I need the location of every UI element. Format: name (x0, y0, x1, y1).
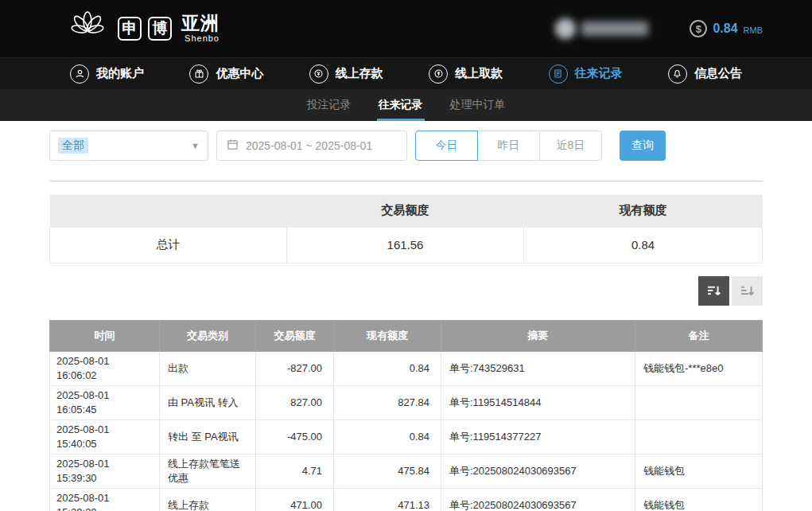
filter-row: 全部 ▼ 2025-08-01 ~ 2025-08-01 今日 昨日 近8日 查… (49, 131, 763, 161)
date-range-value: 2025-08-01 ~ 2025-08-01 (246, 139, 372, 152)
cell-note: 钱能钱包 (635, 488, 763, 511)
announcement-icon (668, 64, 687, 84)
summary-table: 交易额度 现有额度 总计 161.56 0.84 (49, 195, 763, 263)
nav-label: 优惠中心 (216, 66, 263, 81)
column-header: 备注 (635, 320, 763, 351)
money-icon: $ (690, 20, 707, 37)
records-table: 时间交易类别交易额度现有额度摘要备注 2025-08-01 16:06:02出款… (49, 320, 763, 511)
account-balance: $ 0.84 RMB (690, 20, 763, 37)
column-header: 时间 (50, 320, 160, 351)
cell-time: 2025-08-01 16:05:45 (50, 385, 160, 419)
cell-summary: 单号:743529631 (441, 351, 635, 385)
cell-note: 钱能钱包-***e8e0 (635, 351, 763, 385)
quick-date-group: 今日 昨日 近8日 (415, 131, 602, 161)
cell-time: 2025-08-01 15:39:30 (50, 488, 160, 511)
cell-type: 由 PA视讯 转入 (160, 385, 256, 419)
summary-header-transaction-amount: 交易额度 (287, 195, 524, 227)
nav-item-promotions[interactable]: 优惠中心 (189, 64, 263, 84)
nav-label: 线上存款 (336, 66, 383, 81)
summary-header-row: 交易额度 现有额度 (50, 195, 763, 227)
chevron-down-icon: ▼ (191, 141, 200, 150)
cell-type: 线上存款 (160, 488, 256, 511)
summary-transaction-amount: 161.56 (287, 227, 524, 263)
summary-total-label: 总计 (50, 227, 287, 263)
transaction-type-select[interactable]: 全部 ▼ (49, 131, 208, 161)
cell-amount: -827.00 (256, 351, 334, 385)
table-row: 2025-08-01 16:05:45由 PA视讯 转入827.00827.84… (50, 385, 763, 419)
nav-label: 线上取款 (455, 66, 503, 81)
records-icon (549, 64, 568, 84)
sort-ascending-button[interactable] (732, 276, 763, 306)
cell-amount: -475.00 (256, 419, 334, 454)
cell-note (635, 385, 763, 419)
cell-amount: 4.71 (256, 454, 334, 488)
column-header: 交易额度 (256, 320, 334, 351)
cell-balance: 471.13 (334, 488, 441, 511)
cell-type: 线上存款笔笔送优惠 (160, 454, 256, 488)
cell-balance: 827.84 (334, 385, 441, 419)
site-logo[interactable]: 申 博 亚洲 Shenbo (67, 6, 220, 51)
nav-label: 我的账户 (96, 66, 144, 81)
table-row: 2025-08-01 16:06:02出款-827.000.84单号:74352… (50, 351, 763, 385)
avatar (555, 18, 576, 39)
cell-type: 转出 至 PA视讯 (160, 419, 256, 454)
cell-summary: 单号:119514514844 (441, 385, 635, 419)
column-header: 摘要 (441, 320, 635, 351)
cell-time: 2025-08-01 15:39:30 (50, 454, 160, 488)
gift-icon (189, 64, 208, 84)
column-header: 现有额度 (334, 320, 441, 351)
balance-amount: 0.84 (713, 21, 737, 36)
logo-en: Shenbo (181, 34, 220, 43)
divider (49, 181, 763, 181)
cell-note (635, 419, 763, 454)
sort-descending-button[interactable] (698, 276, 729, 306)
tab-transaction-records[interactable]: 往来记录 (377, 89, 425, 121)
type-select-value: 全部 (58, 138, 88, 154)
calendar-icon (227, 138, 239, 153)
nav-item-online-deposit[interactable]: 线上存款 (309, 64, 383, 84)
column-header: 交易类别 (160, 320, 256, 351)
records-header-row: 时间交易类别交易额度现有额度摘要备注 (50, 320, 763, 351)
table-row: 2025-08-01 15:40:05转出 至 PA视讯-475.000.84单… (50, 419, 763, 454)
tab-processing-orders[interactable]: 处理中订单 (449, 89, 507, 121)
cell-note: 钱能钱包 (635, 454, 763, 488)
nav-item-online-withdrawal[interactable]: 线上取款 (429, 64, 503, 84)
username-redacted[interactable] (555, 18, 648, 39)
cell-time: 2025-08-01 16:06:02 (50, 351, 160, 385)
main-nav: 我的账户 优惠中心 线上存款 线上取款 (0, 57, 812, 89)
logo-cn-sub: 亚洲 (181, 14, 220, 33)
summary-header-empty (50, 195, 287, 227)
nav-item-my-account[interactable]: 我的账户 (70, 64, 144, 84)
cell-time: 2025-08-01 15:40:05 (50, 419, 160, 454)
username-blur-bar (581, 21, 648, 36)
search-button[interactable]: 查询 (620, 131, 666, 161)
cell-balance: 0.84 (334, 351, 441, 385)
records-tbody: 2025-08-01 16:06:02出款-827.000.84单号:74352… (50, 351, 763, 511)
cell-amount: 471.00 (256, 488, 334, 511)
cell-balance: 0.84 (334, 419, 441, 454)
date-range-input[interactable]: 2025-08-01 ~ 2025-08-01 (216, 131, 407, 161)
table-row: 2025-08-01 15:39:30线上存款471.00471.13单号:20… (50, 488, 763, 511)
sub-nav: 投注记录 往来记录 处理中订单 (0, 89, 812, 121)
nav-item-announcements[interactable]: 信息公告 (668, 64, 742, 84)
logo-char-shen: 申 (118, 17, 142, 41)
nav-item-transaction-records[interactable]: 往来记录 (549, 64, 623, 84)
flower-logo-icon (67, 6, 108, 51)
cell-type: 出款 (160, 351, 256, 385)
cell-summary: 单号:119514377227 (441, 419, 635, 454)
summary-current-balance: 0.84 (524, 227, 763, 263)
tab-betting-records[interactable]: 投注记录 (305, 89, 353, 121)
sort-controls (49, 276, 763, 306)
withdraw-icon (429, 64, 448, 84)
cell-balance: 475.84 (334, 454, 441, 488)
nav-label: 信息公告 (694, 66, 742, 81)
today-button[interactable]: 今日 (415, 131, 478, 161)
yesterday-button[interactable]: 昨日 (477, 131, 540, 161)
cell-summary: 单号:202508024030693567 (441, 488, 635, 511)
cell-summary: 单号:202508024030693567 (441, 454, 635, 488)
summary-header-current-balance: 现有额度 (524, 195, 763, 227)
logo-char-bo: 博 (148, 17, 172, 41)
last-8-days-button[interactable]: 近8日 (539, 131, 602, 161)
nav-label: 往来记录 (575, 66, 623, 81)
top-header: 申 博 亚洲 Shenbo $ 0.84 RMB (0, 0, 812, 57)
